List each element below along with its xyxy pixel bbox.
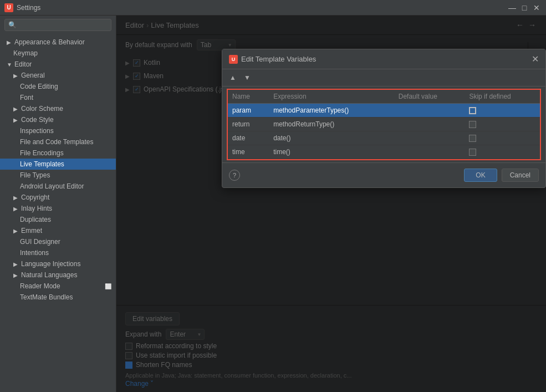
search-box[interactable]: 🔍 (4, 19, 111, 31)
window-title: Settings (17, 4, 507, 12)
sidebar-tree: ▶ Appearance & Behavior Keymap ▼ Editor … (0, 34, 116, 392)
sidebar-item-live-templates[interactable]: Live Templates (0, 159, 116, 170)
sidebar-item-file-encodings[interactable]: File Encodings (0, 147, 116, 159)
app-icon: U (4, 3, 13, 12)
sidebar-item-label: Android Layout Editor (20, 182, 84, 190)
variables-table: Name Expression Default value Skip if de… (228, 90, 540, 159)
sidebar-item-label: Copyright (21, 194, 49, 201)
close-button[interactable]: ✕ (532, 3, 542, 13)
modal-overlay: U Edit Template Variables ✕ ▲ ▼ Name (116, 16, 546, 392)
expand-arrow: ▶ (7, 39, 12, 45)
modal-title-text: Edit Template Variables (241, 55, 316, 63)
content-area: Editor › Live Templates ← → By default e… (116, 16, 546, 392)
search-icon: 🔍 (8, 21, 17, 29)
sidebar-item-label: Code Editing (20, 83, 58, 90)
cell-default-value (394, 145, 465, 159)
expand-arrow: ▶ (13, 261, 19, 267)
sidebar-item-label: Language Injections (21, 260, 80, 268)
sidebar-item-editor[interactable]: ▼ Editor (0, 59, 116, 70)
modal-help-button[interactable]: ? (229, 170, 240, 181)
modal-close-button[interactable]: ✕ (532, 54, 539, 64)
sidebar-item-code-editing[interactable]: Code Editing (0, 81, 116, 92)
cell-skip (465, 118, 540, 131)
search-input[interactable] (19, 21, 108, 29)
expand-arrow: ▶ (13, 206, 19, 212)
sidebar-item-label: Editor (14, 60, 32, 68)
sidebar: 🔍 ▶ Appearance & Behavior Keymap ▼ Edito… (0, 16, 116, 392)
col-expression: Expression (269, 90, 394, 104)
table-row[interactable]: time time() (228, 145, 540, 159)
sidebar-item-label: Code Style (21, 116, 54, 124)
sidebar-item-android-layout[interactable]: Android Layout Editor (0, 181, 116, 192)
sidebar-item-intentions[interactable]: Intentions (0, 247, 116, 258)
sidebar-item-copyright[interactable]: ▶ Copyright (0, 192, 116, 203)
expand-arrow: ▶ (13, 228, 19, 234)
sidebar-item-textmate-bundles[interactable]: TextMate Bundles (0, 292, 116, 303)
sidebar-item-label: Keymap (13, 49, 38, 57)
modal-title-bar: U Edit Template Variables ✕ (222, 49, 545, 69)
sidebar-item-general[interactable]: ▶ General (0, 70, 116, 81)
modal-cancel-button[interactable]: Cancel (502, 169, 539, 182)
sidebar-item-color-scheme[interactable]: ▶ Color Scheme (0, 103, 116, 114)
minimize-button[interactable]: — (507, 3, 517, 13)
sidebar-item-label: Font (20, 94, 33, 101)
edit-template-variables-modal: U Edit Template Variables ✕ ▲ ▼ Name (222, 49, 546, 188)
expand-arrow: ▶ (13, 272, 19, 278)
sidebar-item-file-types[interactable]: File Types (0, 170, 116, 181)
sidebar-item-appearance[interactable]: ▶ Appearance & Behavior (0, 37, 116, 48)
sidebar-item-file-code-templates[interactable]: File and Code Templates (0, 136, 116, 147)
sidebar-item-label: Appearance & Behavior (14, 38, 85, 46)
sidebar-item-reader-mode[interactable]: Reader Mode ⬜ (0, 281, 116, 292)
modal-footer: ? OK Cancel (222, 162, 545, 187)
sidebar-item-gui-designer[interactable]: GUI Designer (0, 236, 116, 247)
sidebar-item-label: Live Templates (20, 160, 64, 168)
sidebar-item-inlay-hints[interactable]: ▶ Inlay Hints (0, 203, 116, 214)
expand-arrow: ▶ (13, 195, 19, 201)
expand-arrow: ▶ (13, 106, 19, 112)
cell-default-value (394, 131, 465, 145)
maximize-button[interactable]: □ (519, 3, 529, 13)
move-up-button[interactable]: ▲ (227, 72, 239, 84)
table-highlight-border: Name Expression Default value Skip if de… (227, 89, 541, 160)
table-row[interactable]: date date() (228, 131, 540, 145)
sidebar-item-label: Inspections (20, 127, 54, 135)
modal-ok-button[interactable]: OK (464, 169, 497, 182)
sidebar-item-label: File Types (20, 171, 50, 179)
cell-expression: methodParameterTypes() (269, 104, 394, 118)
modal-footer-left: ? (229, 170, 240, 181)
cell-skip (465, 131, 540, 145)
icon-indicator: ⬜ (105, 283, 111, 289)
cell-expression: time() (269, 145, 394, 159)
cell-expression: methodReturnType() (269, 118, 394, 131)
sidebar-item-label: Reader Mode (20, 282, 60, 290)
sidebar-item-language-injections[interactable]: ▶ Language Injections (0, 258, 116, 269)
cell-name: date (228, 131, 269, 145)
sidebar-item-code-style[interactable]: ▶ Code Style (0, 114, 116, 125)
modal-icon: U (229, 55, 238, 64)
sidebar-item-label: Duplicates (20, 216, 51, 223)
sidebar-item-natural-languages[interactable]: ▶ Natural Languages (0, 269, 116, 281)
sidebar-item-font[interactable]: Font (0, 92, 116, 103)
sidebar-item-label: TextMate Bundles (20, 293, 73, 301)
title-bar: U Settings — □ ✕ (0, 0, 546, 16)
expand-arrow: ▼ (7, 62, 12, 68)
sidebar-item-keymap[interactable]: Keymap (0, 48, 116, 59)
sidebar-item-label: File and Code Templates (20, 138, 94, 146)
col-default-value: Default value (394, 90, 465, 104)
table-row[interactable]: param methodParameterTypes() (228, 104, 540, 118)
modal-title: U Edit Template Variables (229, 55, 316, 64)
sidebar-item-label: File Encodings (20, 149, 64, 157)
table-row[interactable]: return methodReturnType() (228, 118, 540, 131)
sidebar-item-duplicates[interactable]: Duplicates (0, 214, 116, 225)
sidebar-item-label: Emmet (21, 227, 42, 235)
window-controls: — □ ✕ (507, 3, 542, 13)
cell-skip (465, 104, 540, 118)
modal-footer-right: OK Cancel (464, 169, 539, 182)
sidebar-item-emmet[interactable]: ▶ Emmet (0, 225, 116, 236)
move-down-button[interactable]: ▼ (241, 72, 253, 84)
expand-arrow: ▶ (13, 73, 19, 79)
cell-name: time (228, 145, 269, 159)
cell-default-value (394, 118, 465, 131)
main-layout: 🔍 ▶ Appearance & Behavior Keymap ▼ Edito… (0, 16, 546, 392)
sidebar-item-inspections[interactable]: Inspections (0, 125, 116, 136)
